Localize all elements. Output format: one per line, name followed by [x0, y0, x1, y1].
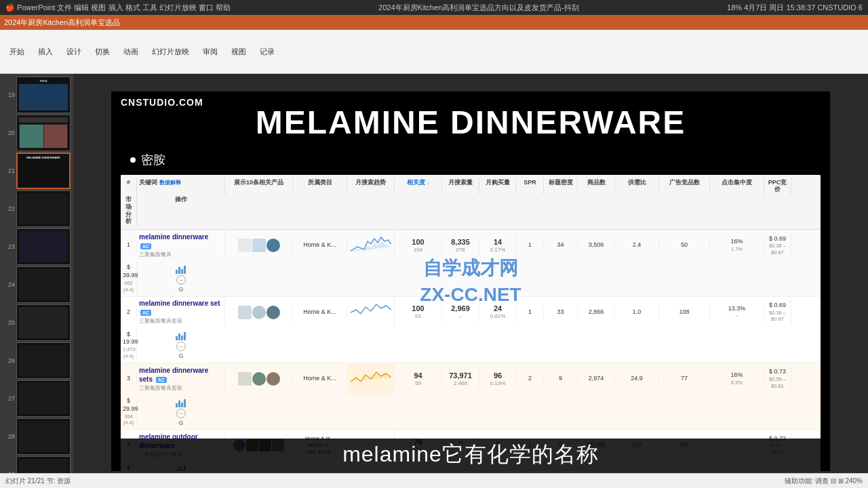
row3-keyword[interactable]: melamine dinnerware sets AC 三聚氰胺餐具套装 [137, 364, 225, 394]
row1-num: 1 [121, 239, 137, 251]
row3-ppc: $ 0.73 $0.55 – $0.81 [764, 366, 791, 391]
bullet-text: 密胺 [141, 152, 165, 168]
col-num: # [121, 178, 137, 195]
data-table: # 关键词 数据解释 展示10条相关产品 所属类目 月搜索趋势 相关度 ↓ 月搜… [121, 175, 821, 471]
slide-canvas: CNSTUDIO.COM MELAMINE DINNERWARE 密胺 # 关键… [111, 92, 830, 471]
col-products: 商品数 [578, 178, 615, 195]
row1-ppc: $ 0.69 $0.36 – $0.87 [764, 233, 791, 258]
ribbon-tab-insert[interactable]: 插入 [33, 45, 58, 58]
ribbon-tab-transition[interactable]: 切换 [90, 45, 115, 58]
row3-msearch: 73,971 2,466 [442, 369, 479, 390]
row1-products-cnt: 3,506 [578, 239, 615, 251]
bottom-caption-bar: melamine它有化学的名称 [111, 439, 830, 471]
col-category: 所属类目 [293, 178, 347, 195]
row3-trend [347, 363, 395, 394]
col-ad: 广告竞品数 [659, 178, 710, 195]
row1-supply: 2.4 [615, 239, 659, 251]
slide-thumb-20[interactable] [16, 115, 71, 151]
mac-topbar-left: 🍎 PowerPoint 文件 编辑 视图 插入 格式 工具 幻灯片放映 窗口 … [5, 3, 231, 13]
row3-num: 3 [121, 373, 137, 385]
ribbon-tab-record[interactable]: 记录 [254, 45, 280, 58]
row2-actions: – G [137, 327, 225, 363]
ribbon-tab-view[interactable]: 视图 [226, 45, 252, 58]
slide-thumb-23[interactable] [16, 228, 71, 265]
ribbon-tab-slideshow[interactable]: 幻灯片放映 [146, 45, 195, 58]
logo: CNSTUDIO.COM [121, 97, 203, 108]
ppt-title-label: 2024年厨房Kitchen高利润单宝选品 [4, 18, 120, 28]
main-area: CNSTUDIO.COM MELAMINE DINNERWARE 密胺 # 关键… [73, 74, 868, 488]
row1-tdensity: 34 [544, 239, 578, 251]
slide-thumb-27[interactable] [16, 380, 71, 417]
row3-click: 16% 8.2% [710, 369, 764, 388]
status-right: 辅助功能: 调查 ⊟ ⊞ 240% [785, 476, 863, 486]
slide-panel: 19 TITLE 20 21 [0, 74, 73, 488]
slide-thumb-28[interactable] [16, 418, 71, 455]
row3-actions: – G [137, 394, 225, 430]
row3-relevance: 94 59 [395, 369, 442, 390]
row3-category: Home & K... [293, 373, 347, 385]
row1-trend [347, 230, 395, 261]
row2-products [225, 304, 293, 321]
row3-products-cnt: 2,974 [578, 373, 615, 385]
mac-topbar-center: 2024年厨房Kitchen高利润单宝选品方向以及皮发货产品-抖刮 [378, 3, 579, 13]
mac-topbar: 🍎 PowerPoint 文件 编辑 视图 插入 格式 工具 幻灯片放映 窗口 … [0, 0, 868, 15]
col-keyword[interactable]: 关键词 数据解释 [137, 178, 225, 195]
table-row: 2 melamine dinnerware set AC 三聚氰胺餐具套装 Ho… [121, 297, 821, 363]
row2-ppc: $ 0.69 $0.36 – $0.87 [764, 300, 791, 325]
row2-click: 13.3% – [710, 303, 764, 321]
row1-msearch: 8,335 278 [442, 235, 479, 256]
row3-market: $ 29.99 364 (4.4) [121, 395, 137, 428]
row2-relevance: 100 63 [395, 302, 442, 323]
slide-thumb-21[interactable]: MELAMINE DINNERWARE [16, 152, 71, 189]
ribbon-tab-review[interactable]: 审阅 [197, 45, 223, 58]
row2-tdensity: 33 [544, 306, 578, 319]
col-market: 市场分析 [121, 195, 137, 226]
col-monthly-search: 月搜索量 [442, 178, 479, 195]
row3-supply: 24.9 [615, 373, 659, 385]
row2-category: Home & K... [293, 306, 347, 319]
row2-products-cnt: 2,866 [578, 306, 615, 319]
slide-thumb-22[interactable] [16, 190, 71, 227]
ribbon-tab-design[interactable]: 设计 [61, 45, 87, 58]
bullet-section: 密胺 [111, 148, 830, 172]
row2-market: $ 19.99 2,473 (4.4) [121, 329, 137, 362]
slide-thumb-25[interactable] [16, 304, 71, 341]
bullet-dot [130, 157, 136, 163]
row1-keyword[interactable]: melamine dinnerware AC 三聚氰胺餐具 [137, 230, 225, 260]
slide-thumb-19[interactable]: TITLE [16, 77, 71, 113]
ribbon-tab-animation[interactable]: 动画 [118, 45, 144, 58]
col-trend: 月搜索趋势 [347, 178, 395, 195]
col-action: 操作 [137, 195, 225, 226]
row3-spr: 2 [517, 373, 544, 385]
mac-topbar-right: 18% 4月7日 周日 15:38:37 CNSTUDIO 6 [727, 3, 863, 13]
bottom-caption: melamine它有化学的名称 [342, 440, 599, 470]
col-relevance[interactable]: 相关度 ↓ [395, 178, 442, 195]
row1-category: Home & K... [293, 239, 347, 251]
col-related: 展示10条相关产品 [225, 178, 293, 195]
col-title-density: 标题密度 [544, 178, 578, 195]
row1-market: $ 39.99 402 (4.4) [121, 262, 137, 295]
col-spr: SPR [517, 178, 544, 195]
slide-title: MELAMINE DINNERWARE [111, 104, 830, 141]
row2-trend [347, 297, 395, 328]
slide-title-section: MELAMINE DINNERWARE [111, 92, 830, 148]
row2-keyword[interactable]: melamine dinnerware set AC 三聚氰胺餐具套装 [137, 297, 225, 327]
row1-mbuy: 14 0.17% [479, 235, 517, 256]
ribbon-tab-home[interactable]: 开始 [4, 45, 30, 58]
row2-supply: 1.0 [615, 306, 659, 319]
slide-thumb-24[interactable] [16, 266, 71, 303]
ppt-ribbon: 开始 插入 设计 切换 动画 幻灯片放映 审阅 视图 记录 [0, 30, 868, 74]
row3-ad: 77 [659, 373, 710, 385]
row1-ad: 50 [659, 239, 710, 251]
col-monthly-buy: 月购买量 [479, 178, 517, 195]
row2-ad: 108 [659, 306, 710, 319]
row3-tdensity: 9 [544, 373, 578, 385]
col-click: 点击集中度 [710, 178, 764, 195]
slide-thumb-26[interactable] [16, 342, 71, 379]
table-header: # 关键词 数据解释 展示10条相关产品 所属类目 月搜索趋势 相关度 ↓ 月搜… [121, 175, 821, 230]
row2-mbuy: 24 0.82% [479, 302, 517, 323]
status-bar: 幻灯片 21/21 节: 资源 辅助功能: 调查 ⊟ ⊞ 240% [0, 473, 868, 488]
row2-spr: 1 [517, 306, 544, 319]
col-supply: 供需比 [615, 178, 659, 195]
row1-click: 16% 1.7% [710, 236, 764, 254]
